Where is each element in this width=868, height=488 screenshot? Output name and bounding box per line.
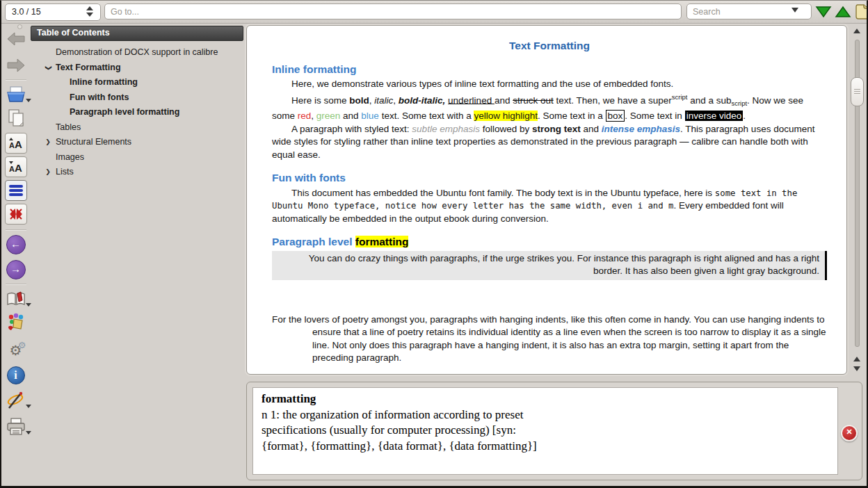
blue-text-span: blue [361, 111, 379, 121]
spin-up-icon[interactable] [86, 6, 93, 10]
scroll-slider [849, 27, 865, 378]
document-title: Text Formatting [272, 40, 827, 53]
toc-item[interactable]: Tables [31, 120, 243, 136]
text-span: . [743, 111, 746, 121]
text-span: and [340, 111, 361, 121]
reference-mode-button[interactable] [5, 204, 27, 225]
toc-item-label: Structural Elements [56, 135, 131, 150]
scroll-up-icon[interactable] [853, 29, 860, 33]
paragraph: Here is some bold, italic, bold-italic, … [272, 91, 827, 123]
strike-text-span: struck out [513, 95, 554, 105]
text-span: This document has embedded the Ubuntu fo… [291, 188, 715, 198]
toc-item-label: Demonstration of DOCX support in calibre [56, 45, 218, 60]
table-of-contents-button[interactable] [5, 180, 27, 201]
toc-item[interactable]: ❯Structural Elements [31, 135, 243, 150]
expand-icon[interactable]: ❯ [40, 135, 56, 150]
top-toolbar: 3.0 / 15 [1, 1, 867, 24]
green-up-triangle-icon [835, 4, 851, 19]
find-next-button[interactable] [815, 4, 832, 19]
toolbar-separator [6, 79, 26, 81]
page-position-value: 3.0 / 15 [12, 7, 41, 17]
toc-item[interactable]: Paragraph level formatting [31, 105, 243, 120]
toc-item[interactable]: Demonstration of DOCX support in calibre [31, 45, 243, 60]
magic-wand-icon [6, 391, 26, 410]
decrease-font-size-button[interactable]: A A [5, 156, 27, 177]
red-text-span: red [298, 111, 312, 121]
text-span: Here, we demonstrate various types of in… [291, 79, 673, 89]
preferences-button[interactable]: ⚙⚙ [4, 340, 28, 361]
expand-icon[interactable]: ❯ [40, 165, 56, 180]
load-theme-button[interactable] [4, 312, 28, 333]
dictionary-line: n 1: the organization of information acc… [262, 407, 829, 423]
toc-item-label: Fun with fonts [70, 90, 129, 106]
info-icon: i [7, 366, 25, 384]
text-span: A paragraph with styled text: [291, 124, 412, 134]
text-span: Inline formatting [272, 63, 356, 75]
close-dictionary-button[interactable]: ✕ [841, 425, 858, 441]
bi-text-span: bold-italic, [399, 95, 446, 105]
spinner-arrows[interactable] [86, 6, 95, 18]
increase-font-size-button[interactable]: A A [5, 133, 27, 154]
toc-item[interactable]: Fun with fonts [31, 90, 243, 106]
sup-text-span: script [672, 93, 688, 101]
scroll-down-icon[interactable] [853, 366, 860, 371]
text-span: Text Formatting [509, 40, 590, 51]
paragraph: A paragraph with styled text: subtle emp… [272, 123, 827, 162]
previous-page-button[interactable]: ← [4, 234, 28, 255]
sub-text-span: script [731, 99, 747, 107]
forward-button[interactable] [4, 55, 28, 76]
toc-item[interactable]: ❯Text Formatting [31, 60, 243, 76]
toggle-paged-mode-button[interactable] [854, 3, 868, 18]
tweak-button[interactable] [4, 390, 28, 411]
i-text-span: italic [374, 95, 393, 105]
scroll-thumb[interactable] [851, 77, 864, 106]
copy-pages-icon [7, 108, 25, 128]
toolbar-separator [6, 284, 26, 285]
forward-arrow-icon [7, 58, 25, 73]
scroll-up2-icon[interactable] [853, 357, 860, 361]
page-position-spinner[interactable]: 3.0 / 15 [5, 3, 101, 21]
copy-button[interactable] [4, 108, 28, 129]
text-span: For the lovers of poetry amongst you, pa… [272, 314, 826, 364]
spin-down-icon[interactable] [86, 13, 93, 17]
toc-item[interactable]: ❯Lists [31, 165, 243, 180]
next-page-button[interactable]: → [4, 259, 28, 280]
about-button[interactable]: i [4, 365, 28, 386]
print-button[interactable] [4, 416, 28, 437]
svg-text:A: A [15, 162, 22, 174]
paragraph: Here, we demonstrate various types of in… [272, 78, 827, 91]
section-heading: Inline formatting [272, 63, 827, 76]
open-ebook-icon [6, 86, 26, 104]
bookmarks-button[interactable] [4, 288, 28, 309]
b-text-span: bold [349, 95, 369, 105]
next-page-icon: → [6, 260, 26, 279]
goto-input[interactable] [104, 3, 682, 19]
toc-item-label: Lists [56, 165, 74, 180]
text-span: , [311, 111, 316, 121]
subtle-text-span: subtle emphasis [412, 124, 480, 134]
toc-item-label: Tables [56, 120, 81, 136]
toc-item[interactable]: Images [31, 150, 243, 165]
toc-list: Demonstration of DOCX support in calibre… [31, 45, 243, 180]
dictionary-text: formatting n 1: the organization of info… [253, 388, 837, 457]
toc-header: Table of Contents [31, 26, 243, 41]
back-button[interactable] [4, 29, 28, 49]
toolbar-separator [6, 229, 26, 231]
text-span: and [495, 95, 513, 105]
back-arrow-icon [7, 31, 25, 47]
toc-item-label: Inline formatting [70, 75, 138, 90]
open-ebook-button[interactable] [4, 84, 28, 105]
reference-arrows-icon [8, 207, 24, 221]
section-heading: Paragraph level formatting [272, 236, 827, 249]
collapse-icon[interactable]: ❯ [40, 60, 56, 75]
calibre-viewer-window: 3.0 / 15 [0, 0, 868, 488]
search-dropdown-icon[interactable] [791, 8, 798, 13]
font-smaller-icon: A A [8, 160, 24, 174]
green-down-triangle-icon [815, 4, 832, 19]
toc-item[interactable]: Inline formatting [31, 75, 243, 90]
svg-text:A: A [9, 141, 15, 149]
toc-lines-icon [8, 184, 24, 197]
previous-page-icon: ← [6, 235, 26, 254]
gear-small-icon: ⚙ [18, 339, 26, 352]
find-previous-button[interactable] [835, 4, 851, 19]
